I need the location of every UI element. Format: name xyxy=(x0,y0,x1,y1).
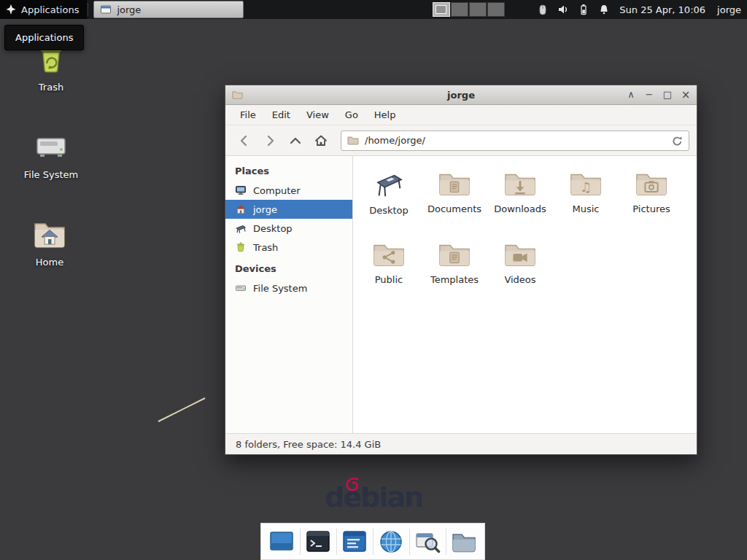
taskbar-window-label: jorge xyxy=(117,4,141,15)
sidebar-item-filesystem[interactable]: File System xyxy=(225,279,352,298)
folder-icon-downloads xyxy=(503,169,537,198)
shade-button[interactable]: ∧ xyxy=(626,86,636,104)
dock-separator xyxy=(373,529,374,555)
close-button[interactable]: × xyxy=(681,86,691,104)
back-button[interactable] xyxy=(233,131,256,151)
back-icon xyxy=(238,134,251,147)
file-item-public[interactable]: Public xyxy=(356,236,422,306)
file-item-downloads[interactable]: Downloads xyxy=(487,165,553,236)
sidebar-item-jorge[interactable]: jorge xyxy=(225,200,352,219)
up-icon xyxy=(289,134,302,147)
file-item-videos[interactable]: Videos xyxy=(487,236,553,306)
window-icon xyxy=(100,4,112,15)
file-manager-window: jorge ∧ − □ × File Edit View Go Help xyxy=(225,85,697,455)
file-item-music[interactable]: ♫ Music xyxy=(553,165,619,236)
file-label: Templates xyxy=(430,274,479,285)
window-controls: ∧ − □ × xyxy=(626,86,691,104)
dock-console[interactable] xyxy=(340,527,369,556)
console-icon xyxy=(341,529,368,554)
toolbar: /home/jorge/ xyxy=(225,125,697,156)
sidebar-item-label: File System xyxy=(253,283,307,294)
workspace-switcher[interactable] xyxy=(433,0,506,19)
dock-separator xyxy=(336,529,337,555)
clock[interactable]: Sun 25 Apr, 10:06 xyxy=(619,0,705,19)
menu-edit[interactable]: Edit xyxy=(265,107,298,122)
volume-icon[interactable] xyxy=(557,0,570,19)
status-text: 8 folders, Free space: 14.4 GiB xyxy=(236,439,381,450)
trash-small-icon xyxy=(235,241,247,253)
panel-spacer xyxy=(244,0,433,19)
web-browser-globe-icon xyxy=(378,529,404,555)
file-grid: Desktop Documents D xyxy=(353,156,697,433)
file-label: Music xyxy=(573,203,600,214)
file-item-desktop[interactable]: Desktop xyxy=(356,165,422,236)
places-header: Places xyxy=(225,159,352,181)
window-titlebar[interactable]: jorge ∧ − □ × xyxy=(225,85,697,105)
forward-button[interactable] xyxy=(258,131,282,151)
home-folder-icon xyxy=(32,217,67,252)
reload-icon[interactable] xyxy=(671,135,683,147)
folder-icon-public xyxy=(372,240,406,269)
path-folder-icon xyxy=(347,135,359,147)
dock-web-browser[interactable] xyxy=(376,527,406,556)
sidebar-item-computer[interactable]: Computer xyxy=(225,181,352,200)
sidebar-item-desktop[interactable]: Desktop xyxy=(225,219,352,238)
sidebar-item-label: jorge xyxy=(253,204,277,215)
desktop-icon-filesystem[interactable]: File System xyxy=(15,129,88,180)
path-text[interactable]: /home/jorge/ xyxy=(365,135,665,146)
folder-icon-templates xyxy=(438,240,471,269)
home-button[interactable] xyxy=(309,131,333,151)
computer-icon xyxy=(235,184,247,196)
status-bar: 8 folders, Free space: 14.4 GiB xyxy=(225,433,697,454)
user-home-icon xyxy=(235,203,247,215)
debian-swirl-icon xyxy=(344,476,360,492)
taskbar-window-button[interactable]: jorge xyxy=(93,1,244,18)
home-icon xyxy=(314,133,328,148)
system-tray xyxy=(536,0,611,19)
menu-go[interactable]: Go xyxy=(338,107,365,122)
file-item-pictures[interactable]: Pictures xyxy=(619,165,684,236)
dock-terminal[interactable] xyxy=(303,527,333,556)
file-item-documents[interactable]: Documents xyxy=(422,165,487,236)
path-bar[interactable]: /home/jorge/ xyxy=(341,131,689,151)
workspace-3[interactable] xyxy=(469,2,487,17)
dock-app-finder[interactable] xyxy=(413,527,442,556)
forward-icon xyxy=(263,134,276,147)
hard-drive-icon xyxy=(34,129,69,164)
applications-tooltip: Applications xyxy=(4,25,84,50)
debian-logo-text: debian xyxy=(325,481,422,513)
file-item-templates[interactable]: Templates xyxy=(422,236,487,306)
panel-username: jorge xyxy=(717,0,741,19)
minimize-button[interactable]: − xyxy=(644,86,654,104)
desktop-icon-trash-label: Trash xyxy=(39,82,63,93)
desktop-icon-home[interactable]: Home xyxy=(13,217,86,268)
maximize-button[interactable]: □ xyxy=(662,86,673,104)
file-manager-folder-icon xyxy=(451,530,477,553)
file-label: Desktop xyxy=(369,205,409,216)
devices-header: Devices xyxy=(225,257,352,279)
workspace-4[interactable] xyxy=(487,2,505,17)
desktop-icon-home-label: Home xyxy=(36,257,63,268)
window-body: Places Computer jorge xyxy=(225,156,697,433)
folder-icon-music: ♫ xyxy=(569,169,603,198)
app-finder-icon xyxy=(414,529,441,555)
pointer-device-icon[interactable] xyxy=(536,0,549,19)
applications-label: Applications xyxy=(21,4,79,15)
battery-icon[interactable] xyxy=(577,0,590,19)
file-label: Public xyxy=(375,274,403,285)
notification-bell-icon[interactable] xyxy=(597,0,611,19)
sidebar-item-label: Desktop xyxy=(253,223,293,234)
workspace-2[interactable] xyxy=(451,2,468,17)
file-label: Downloads xyxy=(494,203,546,214)
applications-menu-button[interactable]: Applications xyxy=(0,0,87,19)
dock-show-desktop[interactable] xyxy=(267,527,296,556)
sidebar-item-trash[interactable]: Trash xyxy=(225,238,352,257)
up-button[interactable] xyxy=(284,131,307,151)
menu-file[interactable]: File xyxy=(233,107,263,122)
dock-file-manager[interactable] xyxy=(449,527,479,556)
dock-separator xyxy=(409,529,410,555)
menu-view[interactable]: View xyxy=(299,107,336,122)
menu-help[interactable]: Help xyxy=(367,107,403,122)
folder-icon-videos xyxy=(503,240,537,269)
workspace-1[interactable] xyxy=(433,2,450,17)
